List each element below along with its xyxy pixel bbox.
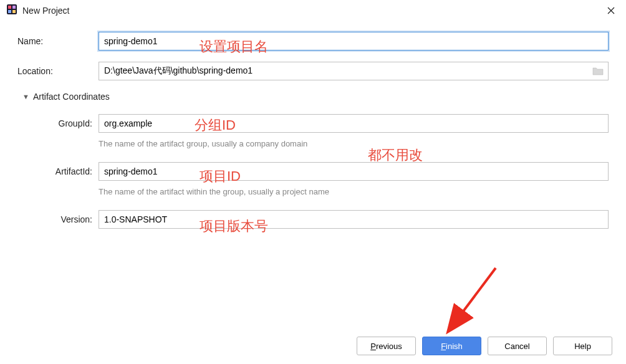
artifact-section-title: Artifact Coordinates (33, 92, 110, 102)
artifact-section-toggle[interactable]: ▼ Artifact Coordinates (22, 92, 609, 102)
artifactid-help: The name of the artifact within the grou… (47, 187, 609, 196)
location-wrapper (99, 62, 609, 80)
location-input[interactable] (99, 62, 609, 80)
svg-rect-3 (8, 10, 11, 13)
browse-folder-icon[interactable] (592, 67, 604, 75)
groupid-label: GroupId: (47, 118, 99, 128)
version-row: Version: (47, 210, 609, 229)
svg-rect-1 (8, 6, 11, 9)
svg-rect-4 (12, 10, 16, 13)
version-input[interactable] (99, 210, 609, 229)
svg-rect-2 (12, 6, 16, 9)
version-label: Version: (47, 214, 99, 224)
titlebar-left: New Project (6, 4, 69, 17)
close-button[interactable] (602, 4, 620, 17)
name-label: Name: (17, 36, 99, 46)
content-area: Name: Location: ▼ Artifact Coordinates G… (0, 22, 626, 229)
arrow-annotation (436, 262, 511, 349)
window-title: New Project (22, 6, 69, 16)
groupid-input[interactable] (99, 114, 609, 133)
svg-line-8 (449, 268, 496, 330)
groupid-row: GroupId: (47, 114, 609, 133)
previous-button[interactable]: Previous (357, 337, 416, 355)
close-icon (607, 7, 615, 14)
finish-button[interactable]: Finish (422, 337, 481, 355)
cancel-button[interactable]: Cancel (488, 337, 547, 355)
artifactid-label: ArtifactId: (47, 166, 99, 176)
titlebar: New Project (0, 0, 626, 22)
name-row: Name: (17, 32, 609, 50)
artifactid-row: ArtifactId: (47, 162, 609, 181)
chevron-down-icon: ▼ (22, 93, 29, 100)
help-button[interactable]: Help (553, 337, 612, 355)
groupid-help: The name of the artifact group, usually … (47, 139, 609, 148)
location-label: Location: (17, 66, 99, 76)
app-icon (6, 4, 17, 17)
name-input[interactable] (99, 32, 609, 50)
button-bar: Previous Finish Cancel Help (357, 337, 612, 355)
artifactid-input[interactable] (99, 162, 609, 181)
location-row: Location: (17, 62, 609, 80)
